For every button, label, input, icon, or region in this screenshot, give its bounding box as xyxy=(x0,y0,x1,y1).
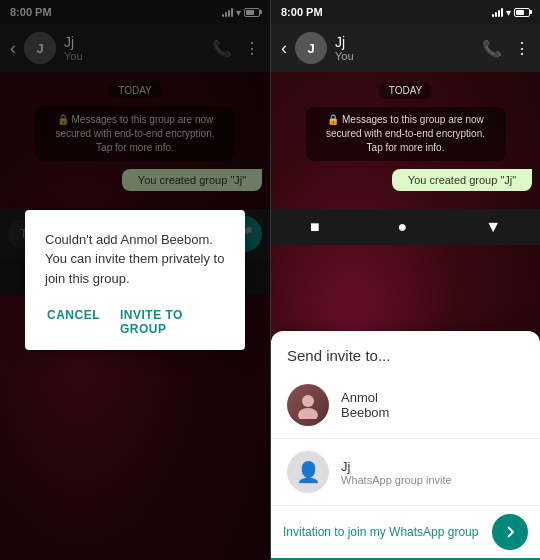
signal-icon-right xyxy=(492,7,503,17)
nav-bar-right: ■ ● ▼ xyxy=(271,209,540,245)
chat-area-right: TODAY 🔒 Messages to this group are now s… xyxy=(271,72,540,209)
nav-circle-right[interactable]: ● xyxy=(378,214,428,240)
nav-square-right[interactable]: ■ xyxy=(290,214,340,240)
more-icon-right[interactable]: ⋮ xyxy=(514,39,530,58)
group-avatar-icon: 👤 xyxy=(296,460,321,484)
svg-point-0 xyxy=(302,395,314,407)
nav-triangle-right[interactable]: ▼ xyxy=(465,214,521,240)
group-info: Jj WhatsApp group invite xyxy=(341,459,452,486)
status-bar-right: 8:00 PM ▾ xyxy=(271,0,540,24)
contact-avatar-image xyxy=(287,384,329,426)
invite-message-input[interactable]: Invitation to join my WhatsApp group xyxy=(283,525,484,539)
back-button-right[interactable]: ‹ xyxy=(281,38,287,59)
avatar-right[interactable]: J xyxy=(295,32,327,64)
group-name-right: Jj xyxy=(335,34,474,50)
status-icons-right: ▾ xyxy=(492,7,530,18)
group-subtitle-invite: WhatsApp group invite xyxy=(341,474,452,486)
svg-point-1 xyxy=(298,408,318,419)
chat-header-right: ‹ J Jj You 📞 ⋮ xyxy=(271,24,540,72)
dialog-actions-left: CANCEL INVITE TO GROUP xyxy=(45,304,225,340)
group-name-invite: Jj xyxy=(341,459,452,474)
date-label-right: TODAY xyxy=(379,82,433,99)
status-time-right: 8:00 PM xyxy=(281,6,323,18)
header-actions-right: 📞 ⋮ xyxy=(482,39,530,58)
cancel-button[interactable]: CANCEL xyxy=(45,304,102,340)
dialog-overlay-left: Couldn't add Anmol Beebom. You can invit… xyxy=(0,0,270,560)
call-icon-right[interactable]: 📞 xyxy=(482,39,502,58)
invite-divider xyxy=(271,438,540,439)
invite-contact-row[interactable]: Anmol Beebom xyxy=(271,376,540,434)
created-bubble-right: You created group "Jj" xyxy=(392,169,532,191)
contact-name: Anmol Beebom xyxy=(341,390,389,420)
group-avatar: 👤 xyxy=(287,451,329,493)
send-invite-panel: Send invite to... Anmol Beebom 👤 xyxy=(271,331,540,560)
battery-icon-right xyxy=(514,8,530,17)
dialog-text-left: Couldn't add Anmol Beebom. You can invit… xyxy=(45,230,225,289)
dialog-box-left: Couldn't add Anmol Beebom. You can invit… xyxy=(25,210,245,351)
screen-left: 8:00 PM ▾ ‹ J Jj You 📞 ⋮ xyxy=(0,0,270,560)
invite-group-button[interactable]: INVITE TO GROUP xyxy=(118,304,225,340)
system-msg-right[interactable]: 🔒 Messages to this group are now secured… xyxy=(306,107,506,161)
send-invite-title: Send invite to... xyxy=(271,347,540,376)
contact-avatar xyxy=(287,384,329,426)
header-info-right: Jj You xyxy=(335,34,474,62)
header-subtitle-right: You xyxy=(335,50,474,62)
invite-group-row[interactable]: 👤 Jj WhatsApp group invite xyxy=(271,443,540,501)
invite-message-row: Invitation to join my WhatsApp group xyxy=(271,505,540,560)
send-button[interactable] xyxy=(492,514,528,550)
screen-right: 8:00 PM ▾ ‹ J Jj You 📞 ⋮ xyxy=(270,0,540,560)
date-badge-right: TODAY xyxy=(279,82,532,99)
wifi-icon-right: ▾ xyxy=(506,7,511,18)
